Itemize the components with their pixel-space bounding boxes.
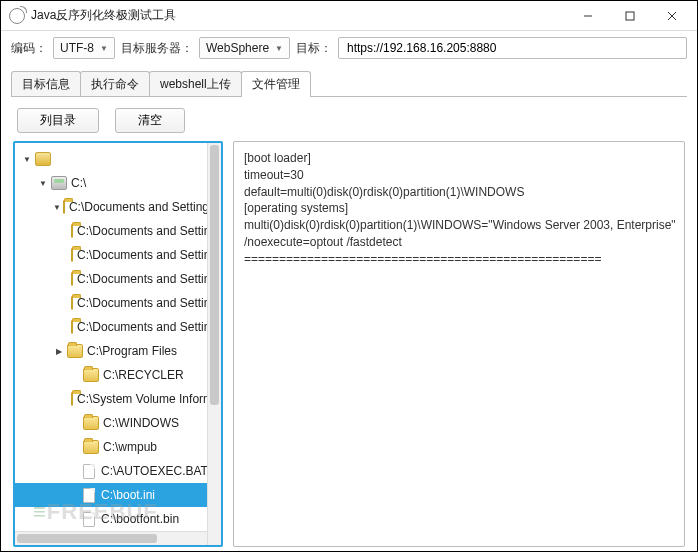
tree-item-label: C:\System Volume Information: [77, 392, 221, 406]
clear-button[interactable]: 清空: [115, 108, 185, 133]
tree-item-label: C:\AUTOEXEC.BAT: [101, 464, 208, 478]
file-icon: [83, 512, 95, 527]
tree-expander[interactable]: ▶: [53, 347, 65, 356]
tree-item-label: C:\Program Files: [87, 344, 177, 358]
file-autoexec[interactable]: C:\AUTOEXEC.BAT: [15, 459, 221, 483]
folder-icon: [67, 344, 83, 358]
minimize-button[interactable]: [567, 2, 609, 30]
root-drives[interactable]: ▼: [15, 147, 221, 171]
tab-exec-cmd[interactable]: 执行命令: [80, 71, 150, 97]
title-bar: Java反序列化终极测试工具: [1, 1, 697, 31]
chevron-down-icon: ▼: [275, 44, 283, 53]
file-bootfont[interactable]: C:\bootfont.bin: [15, 507, 221, 531]
folder-svi[interactable]: C:\System Volume Information: [15, 387, 221, 411]
encoding-label: 编码：: [11, 40, 47, 57]
tree-scrollbar-v[interactable]: [207, 143, 221, 545]
tab-file-manager[interactable]: 文件管理: [241, 71, 311, 97]
tree-item-label: C:\Documents and Settings\: [77, 320, 221, 334]
server-value: WebSphere: [206, 41, 269, 55]
tree-expander[interactable]: ▼: [37, 179, 49, 188]
app-icon: [9, 8, 25, 24]
close-button[interactable]: [651, 2, 693, 30]
tree-expander[interactable]: ▼: [21, 155, 33, 164]
folder-icon: [71, 272, 73, 286]
tree-item-label: C:\Documents and Settings\: [77, 224, 221, 238]
action-bar: 列目录 清空: [1, 98, 697, 141]
folder-icon: [63, 200, 65, 214]
encoding-value: UTF-8: [60, 41, 94, 55]
file-icon: [83, 488, 95, 503]
folder-icon: [71, 392, 73, 406]
folder-icon: [71, 248, 73, 262]
folder-icon: [71, 224, 73, 238]
server-select[interactable]: WebSphere ▼: [199, 37, 290, 59]
tree-item-label: C:\Documents and Settings\: [77, 248, 221, 262]
file-boot-ini[interactable]: C:\boot.ini: [15, 483, 221, 507]
folder-windows[interactable]: C:\WINDOWS: [15, 411, 221, 435]
tree-item-label: C:\WINDOWS: [103, 416, 179, 430]
folder-docs-sub1[interactable]: C:\Documents and Settings\: [15, 219, 221, 243]
content-line: default=multi(0)disk(0)rdisk(0)partition…: [244, 184, 674, 201]
tree-item-label: C:\wmpub: [103, 440, 157, 454]
content-line: multi(0)disk(0)rdisk(0)partition(1)\WIND…: [244, 217, 674, 234]
main-area: ▼▼C:\▼C:\Documents and SettingsC:\Docume…: [1, 141, 697, 552]
tab-underline: [11, 96, 687, 97]
folder-docs-sub5[interactable]: C:\Documents and Settings\: [15, 315, 221, 339]
encoding-select[interactable]: UTF-8 ▼: [53, 37, 115, 59]
content-line: /noexecute=optout /fastdetect: [244, 234, 674, 251]
content-line: [operating systems]: [244, 200, 674, 217]
svg-rect-1: [626, 12, 634, 20]
file-content-panel[interactable]: [boot loader]timeout=30default=multi(0)d…: [233, 141, 685, 547]
tab-bar: 目标信息 执行命令 webshell上传 文件管理: [1, 65, 697, 97]
file-tree[interactable]: ▼▼C:\▼C:\Documents and SettingsC:\Docume…: [15, 143, 221, 545]
list-dir-button[interactable]: 列目录: [17, 108, 99, 133]
server-label: 目标服务器：: [121, 40, 193, 57]
tree-scrollbar-h[interactable]: [15, 531, 207, 545]
scroll-thumb-h[interactable]: [17, 534, 157, 543]
toolbar: 编码： UTF-8 ▼ 目标服务器： WebSphere ▼ 目标：: [1, 31, 697, 65]
tab-target-info[interactable]: 目标信息: [11, 71, 81, 97]
folder-program-files[interactable]: ▶C:\Program Files: [15, 339, 221, 363]
folder-icon: [83, 368, 99, 382]
folder-icon: [83, 440, 99, 454]
target-url-input[interactable]: [338, 37, 687, 59]
folder-icon: [71, 296, 73, 310]
folder-wmpub[interactable]: C:\wmpub: [15, 435, 221, 459]
tree-item-label: C:\Documents and Settings\: [77, 272, 221, 286]
maximize-button[interactable]: [609, 2, 651, 30]
window-title: Java反序列化终极测试工具: [31, 7, 567, 24]
folder-docs-sub2[interactable]: C:\Documents and Settings\: [15, 243, 221, 267]
tree-expander[interactable]: ▼: [53, 203, 61, 212]
tree-panel: ▼▼C:\▼C:\Documents and SettingsC:\Docume…: [13, 141, 223, 547]
content-line: [boot loader]: [244, 150, 674, 167]
tree-item-label: C:\: [71, 176, 86, 190]
tree-item-label: C:\Documents and Settings: [69, 200, 215, 214]
folder-docs-settings[interactable]: ▼C:\Documents and Settings: [15, 195, 221, 219]
drives-icon: [35, 152, 51, 166]
folder-recycler[interactable]: C:\RECYCLER: [15, 363, 221, 387]
content-line: ========================================…: [244, 251, 674, 268]
folder-docs-sub4[interactable]: C:\Documents and Settings\: [15, 291, 221, 315]
folder-icon: [83, 416, 99, 430]
tree-item-label: C:\RECYCLER: [103, 368, 184, 382]
content-line: timeout=30: [244, 167, 674, 184]
drive-c[interactable]: ▼C:\: [15, 171, 221, 195]
folder-icon: [71, 320, 73, 334]
target-label: 目标：: [296, 40, 332, 57]
folder-docs-sub3[interactable]: C:\Documents and Settings\: [15, 267, 221, 291]
tab-webshell-upload[interactable]: webshell上传: [149, 71, 242, 97]
scroll-thumb-v[interactable]: [210, 145, 219, 405]
tree-item-label: C:\boot.ini: [101, 488, 155, 502]
tree-item-label: C:\Documents and Settings\: [77, 296, 221, 310]
chevron-down-icon: ▼: [100, 44, 108, 53]
tree-item-label: C:\bootfont.bin: [101, 512, 179, 526]
drive-icon: [51, 176, 67, 190]
file-icon: [83, 464, 95, 479]
